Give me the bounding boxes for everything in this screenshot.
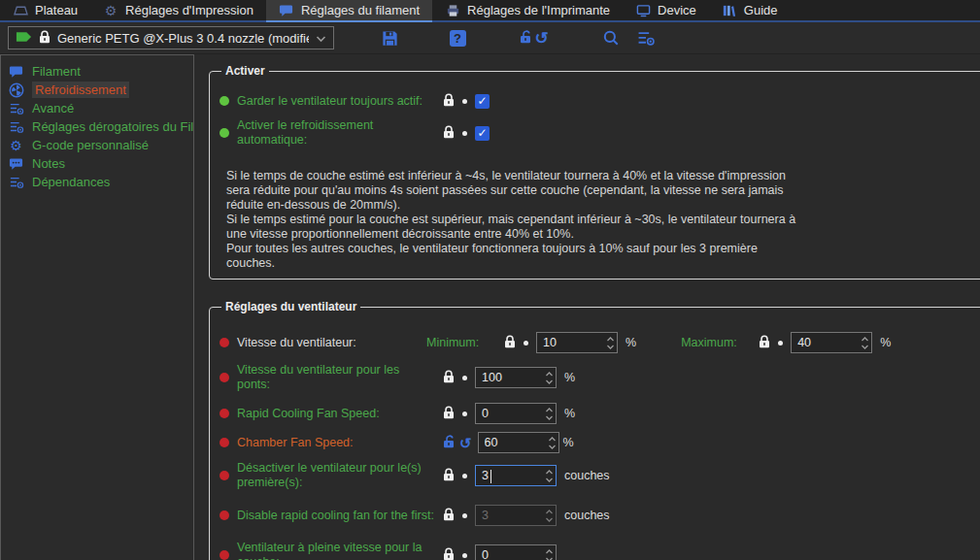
setting-row-disable-fan-first-layers: Désactiver le ventilateur pour le(s) pre…: [220, 461, 980, 490]
lock-icon[interactable]: [443, 125, 455, 142]
revert-all-button[interactable]: ↺: [513, 25, 556, 50]
fan-speed-min-input[interactable]: [536, 332, 618, 353]
lock-icon[interactable]: [759, 335, 770, 351]
sidebar-item-label: Dépendances: [32, 175, 110, 189]
setting-label: Disable rapid cooling fan for the first:: [237, 509, 443, 523]
sidebar-item-filament[interactable]: Filament: [1, 62, 193, 81]
filament-bubble-icon: [279, 3, 294, 17]
tab-plateau[interactable]: Plateau: [0, 0, 90, 20]
tab-reglages-imprimante[interactable]: Réglages de l'Imprimante: [432, 0, 623, 20]
lock-icon[interactable]: [443, 508, 455, 524]
lock-icon[interactable]: [504, 335, 516, 351]
spinner-arrows-icon[interactable]: [545, 370, 554, 389]
sidebar-item-refroidissement[interactable]: Refroidissement: [1, 81, 193, 99]
setting-row-rapid-cooling-fan-speed: Rapid Cooling Fan Speed: %: [220, 402, 980, 425]
tab-reglages-impression[interactable]: ⚙ Réglages d'Impression: [90, 0, 266, 20]
sidebar-item-label: Notes: [32, 156, 65, 171]
revert-dot-icon: [462, 131, 467, 136]
setting-row-bridges-fan-speed: Vitesse du ventilateur pour les ponts: %: [220, 363, 980, 392]
lock-icon[interactable]: [443, 547, 455, 560]
tab-device[interactable]: Device: [623, 0, 709, 20]
spinner-arrows-icon: [545, 508, 554, 527]
setting-label: Ventilateur à pleine vitesse pour la cou…: [237, 541, 443, 560]
lock-icon[interactable]: [443, 370, 455, 386]
sidebar-item-notes[interactable]: Notes: [1, 154, 193, 173]
revert-dot-icon: [778, 341, 783, 346]
modified-dot-icon: [220, 511, 229, 520]
description-paragraph: Si le temps de couche estimé est inférie…: [226, 169, 809, 213]
help-button[interactable]: ?: [445, 25, 470, 50]
setting-label: Activer le refroidissement automatique:: [237, 118, 443, 148]
device-monitor-icon: [635, 3, 651, 17]
disable-fan-first-layers-input[interactable]: [475, 465, 557, 486]
search-button[interactable]: [598, 25, 624, 50]
cooling-description: Si le temps de couche estimé est inférie…: [226, 169, 809, 271]
lock-icon[interactable]: [443, 406, 455, 422]
minimum-label: Minimum:: [426, 336, 496, 349]
auto-cooling-checkbox[interactable]: ✓: [475, 126, 490, 141]
lock-icon[interactable]: [443, 93, 455, 110]
main-area: Filament Refroidissement Avancé Réglages…: [0, 54, 980, 560]
spinner-arrows-icon[interactable]: [606, 335, 615, 354]
description-paragraph: Si le temps estimé pour la couche est su…: [226, 213, 809, 242]
description-paragraph: Pour toutes les autres couches, le venti…: [226, 242, 809, 271]
tab-label: Device: [658, 3, 696, 17]
revert-dot-icon: [462, 513, 467, 518]
modified-dot-icon: [220, 550, 229, 560]
tab-label: Réglages d'Impression: [125, 3, 253, 17]
spinner-arrows-icon[interactable]: [548, 435, 557, 454]
spinner-arrows-icon[interactable]: [545, 547, 554, 560]
group-title: Réglages du ventilateur: [221, 300, 360, 313]
chamber-fan-speed-input[interactable]: [478, 432, 559, 453]
spinner-arrows-icon[interactable]: [861, 335, 869, 354]
tab-label: Réglages de l'Imprimante: [467, 3, 610, 17]
tab-guide[interactable]: Guide: [709, 0, 791, 20]
modified-dot-icon: [220, 96, 229, 106]
lock-icon[interactable]: [443, 468, 455, 484]
setting-label: Chamber Fan Speed:: [237, 436, 443, 450]
group-title: Activer: [221, 64, 269, 78]
fan-icon: [8, 82, 24, 98]
revert-dot-icon: [462, 412, 467, 416]
tab-reglages-filament[interactable]: Réglages du filament: [266, 0, 432, 20]
sidebar-item-gcode-personnalise[interactable]: ⚙ G-code personnalisé: [1, 136, 193, 154]
keep-fan-always-on-checkbox[interactable]: ✓: [475, 94, 490, 109]
sidebar-item-label: Refroidissement: [32, 82, 129, 98]
filament-preset-select[interactable]: Generic PETG @X-Plus 3 0.4 nozzle (modif…: [8, 26, 334, 49]
unit-label: %: [625, 336, 636, 349]
printer-icon: [445, 3, 460, 17]
revert-dot-icon: [462, 474, 467, 478]
undo-icon[interactable]: ↺: [459, 436, 472, 450]
sidebar-item-dependances[interactable]: Dépendances: [1, 173, 193, 191]
bridges-fan-speed-input[interactable]: [475, 367, 557, 388]
unlock-icon[interactable]: [443, 435, 456, 451]
tab-label: Plateau: [35, 3, 78, 17]
settings-sidebar: Filament Refroidissement Avancé Réglages…: [0, 54, 194, 560]
unlock-icon: [520, 30, 532, 47]
revert-dot-icon: [462, 553, 467, 558]
full-fan-speed-layer-input[interactable]: [475, 544, 557, 560]
sidebar-item-reglages-derogatoires[interactable]: Réglages dérogatoires du Filame: [1, 117, 193, 136]
spinner-arrows-icon[interactable]: [545, 468, 554, 487]
gear-icon: ⚙: [103, 3, 118, 17]
search-settings-button[interactable]: [633, 25, 659, 50]
rapid-cooling-fan-speed-input[interactable]: [475, 403, 557, 424]
unit-label: couches: [564, 509, 610, 522]
unit-label: %: [564, 407, 575, 420]
setting-label: Vitesse du ventilateur:: [237, 336, 426, 350]
fan-speed-max-input[interactable]: [791, 332, 872, 353]
save-preset-button[interactable]: [377, 25, 402, 50]
setting-row-keep-fan-always-on: Garder le ventilateur toujours actif: ✓: [220, 89, 980, 113]
setting-label: Rapid Cooling Fan Speed:: [237, 407, 443, 421]
group-activer: Activer Garder le ventilateur toujours a…: [209, 64, 980, 280]
unit-label: %: [564, 371, 575, 384]
setting-row-auto-cooling: Activer le refroidissement automatique: …: [220, 118, 980, 148]
setting-row-full-fan-speed-layer: Ventilateur à pleine vitesse pour la cou…: [220, 541, 980, 560]
revert-dot-icon: [462, 99, 467, 104]
sidebar-item-avance[interactable]: Avancé: [1, 99, 193, 117]
spinner-arrows-icon[interactable]: [545, 406, 554, 425]
note-bubble-icon: [8, 156, 24, 172]
setting-row-fan-speed: Vitesse du ventilateur: Minimum: % Maxi: [220, 331, 980, 354]
chevron-down-icon: [316, 31, 326, 46]
settings-content: Activer Garder le ventilateur toujours a…: [194, 54, 980, 560]
